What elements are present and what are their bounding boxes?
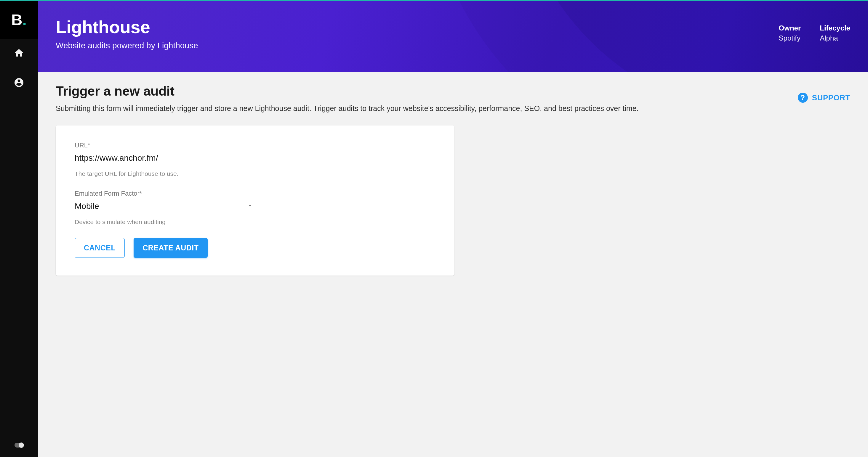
support-button[interactable]: ? SUPPORT bbox=[798, 93, 850, 103]
help-icon: ? bbox=[798, 93, 808, 103]
sidebar-theme-toggle[interactable] bbox=[0, 433, 38, 457]
chevron-down-icon bbox=[247, 203, 253, 210]
meta-value: Spotify bbox=[779, 34, 801, 42]
form-factor-label: Emulated Form Factor* bbox=[75, 190, 253, 197]
form-factor-select[interactable]: Mobile bbox=[75, 200, 253, 214]
support-label: SUPPORT bbox=[812, 93, 850, 102]
header-subtitle: Website audits powered by Lighthouse bbox=[56, 41, 198, 50]
sidebar-item-account[interactable] bbox=[0, 68, 38, 98]
url-helper: The target URL for Lighthouse to use. bbox=[75, 170, 253, 177]
toggle-icon bbox=[14, 443, 23, 448]
meta-value: Alpha bbox=[820, 34, 850, 42]
page-title: Trigger a new audit bbox=[56, 84, 639, 99]
meta-label: Lifecycle bbox=[820, 24, 850, 32]
sidebar-logo[interactable]: B. bbox=[0, 1, 38, 39]
header-meta-owner: Owner Spotify bbox=[779, 24, 801, 72]
meta-label: Owner bbox=[779, 24, 801, 32]
page-header: Lighthouse Website audits powered by Lig… bbox=[38, 1, 868, 72]
url-input[interactable] bbox=[75, 152, 253, 166]
form-factor-helper: Device to simulate when auditing bbox=[75, 219, 253, 226]
url-label: URL* bbox=[75, 141, 253, 149]
logo-dot: . bbox=[23, 11, 27, 29]
sidebar-item-home[interactable] bbox=[0, 39, 38, 68]
sidebar: B. bbox=[0, 1, 38, 457]
header-title: Lighthouse bbox=[56, 17, 198, 37]
account-circle-icon bbox=[13, 77, 24, 89]
audit-form-card: URL* The target URL for Lighthouse to us… bbox=[56, 126, 455, 275]
create-audit-button[interactable]: CREATE AUDIT bbox=[134, 238, 207, 258]
header-meta-lifecycle: Lifecycle Alpha bbox=[820, 24, 850, 72]
cancel-button[interactable]: CANCEL bbox=[75, 238, 125, 258]
home-icon bbox=[13, 48, 24, 60]
form-factor-value: Mobile bbox=[75, 202, 99, 211]
logo-letter: B bbox=[11, 11, 22, 29]
page-description: Submitting this form will immediately tr… bbox=[56, 103, 639, 113]
